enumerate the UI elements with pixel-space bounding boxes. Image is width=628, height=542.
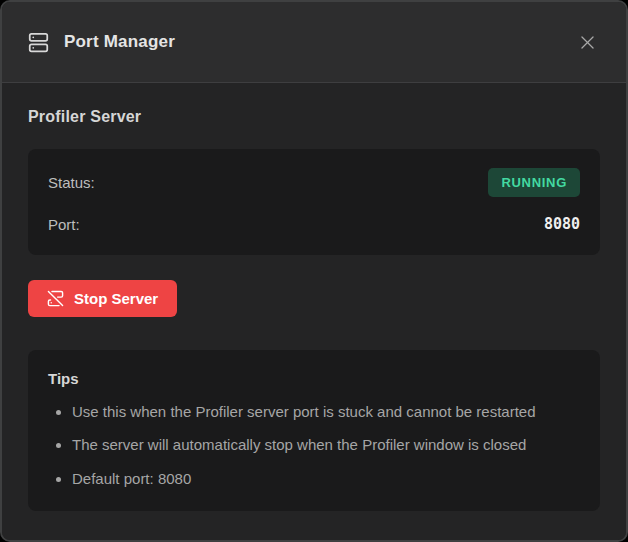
status-badge: RUNNING	[488, 168, 580, 197]
status-panel: Status: RUNNING Port: 8080	[28, 149, 600, 255]
close-icon[interactable]	[574, 29, 600, 55]
server-icon	[28, 32, 49, 53]
tip-item: Default port: 8080	[72, 469, 580, 489]
tips-list: Use this when the Profiler server port i…	[48, 402, 580, 489]
port-value: 8080	[544, 212, 580, 236]
port-label: Port:	[48, 216, 80, 233]
tip-item: Use this when the Profiler server port i…	[72, 402, 580, 422]
window-title: Port Manager	[64, 32, 175, 52]
tip-item: The server will automatically stop when …	[72, 435, 580, 455]
titlebar: Port Manager	[2, 2, 626, 83]
stop-server-label: Stop Server	[74, 290, 158, 307]
tips-panel: Tips Use this when the Profiler server p…	[28, 350, 600, 511]
stop-server-button[interactable]: Stop Server	[28, 280, 177, 317]
status-row: Status: RUNNING	[48, 168, 580, 197]
dialog-body: Profiler Server Status: RUNNING Port: 80…	[2, 83, 626, 540]
section-heading: Profiler Server	[28, 108, 600, 126]
tips-heading: Tips	[48, 370, 580, 387]
server-off-icon	[47, 290, 64, 307]
status-label: Status:	[48, 174, 95, 191]
port-row: Port: 8080	[48, 212, 580, 236]
port-manager-dialog: Port Manager Profiler Server Status: RUN…	[0, 0, 628, 542]
